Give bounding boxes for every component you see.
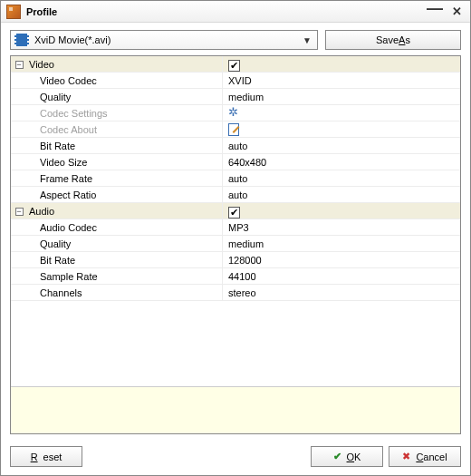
group-video-label: Video — [27, 56, 222, 72]
row-audio-bitrate[interactable]: Bit Rate 128000 — [11, 252, 460, 268]
row-channels[interactable]: Channels stereo — [11, 285, 460, 301]
window-title: Profile — [26, 6, 423, 17]
video-bitrate-value[interactable]: auto — [222, 138, 460, 153]
film-icon — [14, 34, 29, 46]
row-video-codec[interactable]: Video Codec XVID — [11, 73, 460, 89]
video-size-value[interactable]: 640x480 — [222, 154, 460, 170]
video-aspect-value[interactable]: auto — [222, 187, 460, 202]
close-button[interactable]: ✕ — [447, 4, 466, 20]
row-audio-quality[interactable]: Quality medium — [11, 236, 460, 252]
x-icon — [402, 451, 410, 462]
collapse-icon[interactable]: − — [15, 208, 24, 216]
video-framerate-value[interactable]: auto — [222, 170, 460, 186]
app-icon — [6, 5, 21, 19]
description-panel — [11, 386, 460, 433]
property-grid: − Video ✔ Video Codec XVID Quality mediu… — [10, 55, 461, 434]
check-icon — [333, 451, 341, 462]
ok-button[interactable]: OK — [311, 446, 383, 467]
profile-selected-text: XviD Movie(*.avi) — [34, 34, 301, 45]
reset-button[interactable]: Reset — [10, 446, 82, 467]
profile-dropdown[interactable]: XviD Movie(*.avi) ▼ — [10, 30, 318, 50]
audio-quality-value[interactable]: medium — [222, 236, 460, 251]
audio-channels-value[interactable]: stereo — [222, 285, 460, 300]
cancel-button[interactable]: Cancel — [389, 446, 461, 467]
document-edit-icon[interactable] — [228, 123, 241, 136]
property-grid-rows: − Video ✔ Video Codec XVID Quality mediu… — [11, 56, 460, 301]
row-sample-rate[interactable]: Sample Rate 44100 — [11, 268, 460, 285]
row-aspect-ratio[interactable]: Aspect Ratio auto — [11, 187, 460, 203]
chevron-down-icon: ▼ — [301, 35, 313, 45]
minimize-button[interactable]: — — [425, 0, 445, 16]
grid-empty-area — [11, 301, 460, 386]
video-quality-value[interactable]: medium — [222, 89, 460, 104]
collapse-icon[interactable]: − — [15, 61, 24, 69]
audio-enabled-checkbox[interactable]: ✔ — [228, 207, 240, 219]
row-codec-settings[interactable]: Codec Settings — [11, 105, 460, 121]
row-codec-about[interactable]: Codec About — [11, 121, 460, 138]
gear-icon[interactable] — [228, 107, 241, 120]
row-video-quality[interactable]: Quality medium — [11, 89, 460, 105]
titlebar: Profile — ✕ — [1, 1, 470, 23]
row-audio-codec[interactable]: Audio Codec MP3 — [11, 219, 460, 236]
group-video[interactable]: − Video ✔ — [11, 56, 460, 73]
audio-codec-value[interactable]: MP3 — [222, 219, 460, 235]
row-video-size[interactable]: Video Size 640x480 — [11, 154, 460, 170]
audio-samplerate-value[interactable]: 44100 — [222, 268, 460, 284]
footer: Reset OK Cancel — [1, 440, 470, 475]
save-as-button[interactable]: Save As — [325, 30, 461, 50]
video-enabled-checkbox[interactable]: ✔ — [228, 60, 240, 72]
group-audio-label: Audio — [27, 203, 222, 219]
row-frame-rate[interactable]: Frame Rate auto — [11, 170, 460, 187]
video-codec-value[interactable]: XVID — [222, 73, 460, 88]
audio-bitrate-value[interactable]: 128000 — [222, 252, 460, 267]
profile-dialog: Profile — ✕ XviD Movie(*.avi) ▼ Save As … — [0, 0, 471, 476]
row-video-bitrate[interactable]: Bit Rate auto — [11, 138, 460, 154]
toolbar: XviD Movie(*.avi) ▼ Save As — [1, 23, 470, 55]
group-audio[interactable]: − Audio ✔ — [11, 203, 460, 219]
